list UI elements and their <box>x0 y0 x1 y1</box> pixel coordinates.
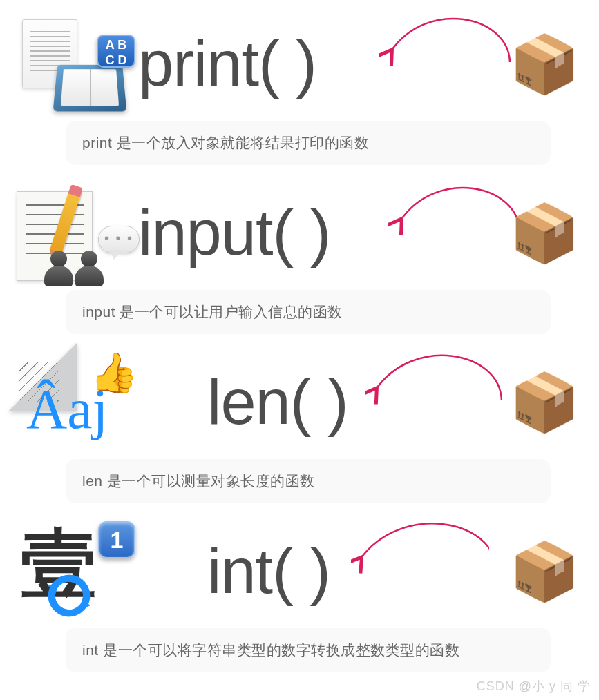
row-int: 壹 1 int( ) 📦 <box>0 514 599 628</box>
caption-len: len 是一个可以测量对象长度的函数 <box>66 459 551 503</box>
speech-bubble-icon <box>98 226 140 253</box>
icon-convert-cluster: 壹 1 <box>0 514 166 628</box>
function-signature-int: int( ) <box>207 535 330 607</box>
section-print: A B C D print( ) 📦 print 是一个放入对象就能将结果打印的… <box>0 7 599 165</box>
refresh-icon <box>44 571 94 621</box>
icon-measure-cluster: Âaj 👍 <box>0 345 166 459</box>
package-icon: 📦 <box>509 374 580 431</box>
person-icon <box>75 251 104 286</box>
abcd-badge-icon: A B C D <box>97 35 135 68</box>
number-one-badge-icon: 1 <box>98 521 135 558</box>
person-icon <box>44 251 73 286</box>
book-icon <box>53 65 127 112</box>
function-signature-input: input( ) <box>138 197 330 269</box>
section-input: input( ) 📦 input 是一个可以让用户输入信息的函数 <box>0 176 599 334</box>
caption-input: input 是一个可以让用户输入信息的函数 <box>66 290 551 334</box>
arrow-icon <box>351 509 489 578</box>
arrow-icon <box>365 340 503 409</box>
section-len: Âaj 👍 len( ) 📦 len 是一个可以测量对象长度的函数 <box>0 345 599 503</box>
section-int: 壹 1 int( ) 📦 int 是一个可以将字符串类型的数字转换成整数类型的函… <box>0 514 599 672</box>
function-signature-print: print( ) <box>138 28 316 100</box>
package-icon: 📦 <box>509 36 580 93</box>
row-len: Âaj 👍 len( ) 📦 <box>0 345 599 459</box>
row-print: A B C D print( ) 📦 <box>0 7 599 121</box>
icon-input-cluster <box>0 176 138 290</box>
thumbs-up-icon: 👍 <box>90 353 138 392</box>
function-signature-len: len( ) <box>207 366 348 438</box>
package-icon: 📦 <box>509 205 580 262</box>
arrow-icon <box>388 171 526 240</box>
package-icon: 📦 <box>509 543 580 600</box>
caption-int: int 是一个可以将字符串类型的数字转换成整数类型的函数 <box>66 628 551 672</box>
arrow-icon <box>379 1 517 70</box>
icon-dictionary-cluster: A B C D <box>0 7 138 121</box>
row-input: input( ) 📦 <box>0 176 599 290</box>
watermark: CSDN @小 y 同 学 <box>477 678 591 694</box>
caption-print: print 是一个放入对象就能将结果打印的函数 <box>66 121 551 165</box>
